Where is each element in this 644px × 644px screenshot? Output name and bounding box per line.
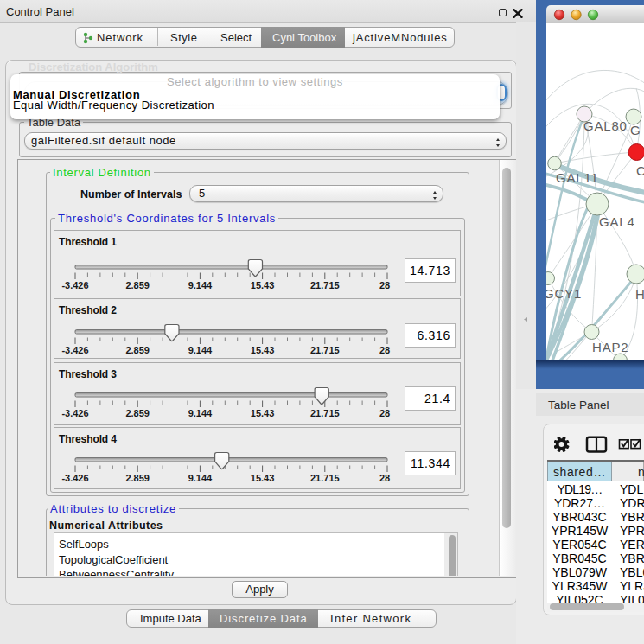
svg-text:28: 28 xyxy=(379,473,390,483)
svg-text:15.43: 15.43 xyxy=(251,408,275,418)
svg-text:2.859: 2.859 xyxy=(125,345,150,355)
svg-text:28: 28 xyxy=(379,280,390,290)
svg-text:C: C xyxy=(636,163,644,178)
svg-text:HAP2: HAP2 xyxy=(592,340,628,354)
svg-text:GAL80: GAL80 xyxy=(583,118,628,133)
svg-text:21.715: 21.715 xyxy=(310,345,340,355)
svg-text:21.715: 21.715 xyxy=(310,408,340,418)
svg-text:-3.426: -3.426 xyxy=(61,345,88,355)
svg-text:2.859: 2.859 xyxy=(125,280,150,290)
svg-text:9.144: 9.144 xyxy=(188,280,213,290)
svg-text:21.715: 21.715 xyxy=(310,473,340,483)
svg-text:GAL4: GAL4 xyxy=(599,214,635,229)
svg-text:G: G xyxy=(630,123,641,137)
svg-text:-3.426: -3.426 xyxy=(61,473,88,483)
svg-text:15.43: 15.43 xyxy=(251,345,275,355)
svg-text:GAL11: GAL11 xyxy=(556,170,599,185)
svg-text:9.144: 9.144 xyxy=(188,408,213,418)
svg-text:9.144: 9.144 xyxy=(188,473,213,483)
svg-text:15.43: 15.43 xyxy=(251,280,275,290)
svg-text:9.144: 9.144 xyxy=(188,345,213,355)
svg-text:21.715: 21.715 xyxy=(310,280,340,290)
svg-text:H: H xyxy=(635,287,644,302)
svg-text:2.859: 2.859 xyxy=(125,408,150,418)
svg-text:2.859: 2.859 xyxy=(125,473,150,483)
svg-text:15.43: 15.43 xyxy=(251,473,275,483)
svg-text:-3.426: -3.426 xyxy=(61,408,88,418)
svg-text:28: 28 xyxy=(379,345,390,355)
svg-text:-3.426: -3.426 xyxy=(61,280,88,290)
svg-text:GCY1: GCY1 xyxy=(546,286,582,301)
svg-text:28: 28 xyxy=(379,408,390,418)
